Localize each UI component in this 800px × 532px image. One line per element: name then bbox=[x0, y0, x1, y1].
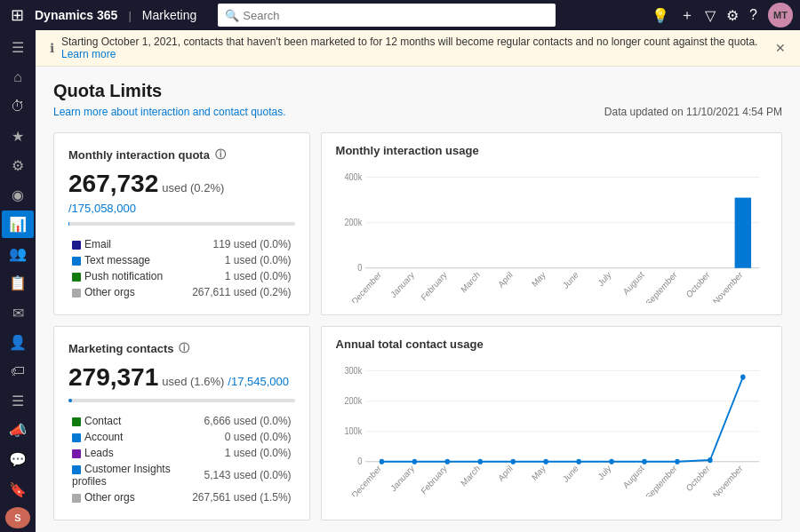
svg-text:June: June bbox=[561, 463, 580, 484]
svg-point-37 bbox=[510, 459, 515, 465]
legend-row: Text message1 used (0.0%) bbox=[68, 252, 295, 268]
svg-point-43 bbox=[609, 459, 613, 465]
search-input[interactable] bbox=[243, 9, 548, 22]
svg-text:February: February bbox=[419, 463, 448, 496]
page-header: Quota Limits Learn more about interactio… bbox=[53, 81, 782, 118]
svg-text:January: January bbox=[388, 269, 415, 299]
sidebar-item-outbound[interactable]: ◉ bbox=[2, 181, 34, 209]
help-icon[interactable]: ? bbox=[749, 7, 757, 23]
svg-text:May: May bbox=[530, 269, 548, 289]
sidebar-item-messages[interactable]: 💬 bbox=[2, 446, 34, 473]
data-updated-label: Data updated on 11/10/2021 4:54 PM bbox=[604, 106, 782, 118]
add-icon[interactable]: ＋ bbox=[680, 6, 694, 25]
search-icon: 🔍 bbox=[225, 9, 239, 22]
sidebar-item-home[interactable]: ⌂ bbox=[2, 63, 34, 91]
marketing-contacts-total: /17,545,000 bbox=[228, 375, 289, 388]
monthly-quota-bar bbox=[68, 222, 295, 226]
svg-text:300k: 300k bbox=[344, 365, 362, 376]
legend-row: Account0 used (0.0%) bbox=[68, 429, 295, 445]
monthly-quota-card: Monthly interaction quota ⓘ 267,732 used… bbox=[53, 132, 310, 315]
svg-text:March: March bbox=[459, 463, 481, 488]
monthly-quota-info-icon[interactable]: ⓘ bbox=[215, 147, 226, 163]
nav-icon-group: 💡 ＋ ▽ ⚙ ? MT bbox=[652, 3, 793, 28]
cards-grid-bottom: Marketing contacts ⓘ 279,371 used (1.6%)… bbox=[53, 326, 782, 520]
svg-text:March: March bbox=[459, 269, 481, 294]
sidebar-item-menu[interactable]: ☰ bbox=[2, 34, 34, 61]
search-bar[interactable]: 🔍 bbox=[218, 4, 556, 27]
svg-text:June: June bbox=[561, 269, 580, 290]
monthly-quota-used-number: 267,732 bbox=[68, 170, 158, 198]
user-avatar[interactable]: MT bbox=[768, 3, 793, 28]
filter-icon[interactable]: ▽ bbox=[705, 7, 716, 24]
sidebar: ☰ ⌂ ⏱ ★ ⚙ ◉ 📊 👥 📋 ✉ 👤 🏷 ☰ 📣 💬 🔖 S bbox=[0, 30, 36, 532]
monthly-quota-total: /175,058,000 bbox=[68, 202, 136, 215]
svg-text:September: September bbox=[644, 463, 678, 496]
sidebar-item-leads[interactable]: 👤 bbox=[2, 329, 34, 356]
marketing-contacts-info-icon[interactable]: ⓘ bbox=[179, 341, 189, 356]
sidebar-item-segments[interactable]: 📋 bbox=[2, 269, 34, 297]
marketing-contacts-legend: Contact6,666 used (0.0%)Account0 used (0… bbox=[68, 413, 295, 505]
svg-point-41 bbox=[576, 459, 580, 465]
legend-row: Other orgs267,561 used (1.5%) bbox=[68, 489, 295, 505]
sidebar-item-settings[interactable]: ⚙ bbox=[2, 152, 34, 179]
svg-text:November: November bbox=[711, 463, 745, 496]
sidebar-item-accounts[interactable]: 🏷 bbox=[2, 358, 34, 385]
banner-text: Starting October 1, 2021, contacts that … bbox=[61, 36, 768, 60]
lightbulb-icon[interactable]: 💡 bbox=[652, 7, 669, 24]
svg-text:October: October bbox=[684, 463, 711, 494]
svg-text:100k: 100k bbox=[344, 425, 362, 436]
sidebar-item-events[interactable]: 📣 bbox=[2, 417, 34, 444]
legend-row: Other orgs267,611 used (0.2%) bbox=[68, 284, 295, 300]
app-title: Dynamics 365 bbox=[35, 8, 117, 22]
monthly-usage-chart-title: Monthly interaction usage bbox=[336, 144, 767, 157]
sidebar-item-emails[interactable]: ✉ bbox=[2, 299, 34, 327]
svg-text:February: February bbox=[419, 269, 448, 303]
legend-row: Contact6,666 used (0.0%) bbox=[68, 413, 295, 429]
legend-row: Push notification1 used (0.0%) bbox=[68, 268, 295, 284]
svg-point-51 bbox=[740, 375, 745, 380]
monthly-quota-used-pct: used (0.2%) bbox=[162, 181, 224, 195]
svg-point-45 bbox=[642, 459, 646, 465]
settings-icon[interactable]: ⚙ bbox=[726, 7, 739, 24]
banner-learn-more-link[interactable]: Learn more bbox=[61, 48, 116, 60]
marketing-contacts-card: Marketing contacts ⓘ 279,371 used (1.6%)… bbox=[53, 326, 310, 520]
monthly-usage-chart: 0200k400kDecemberJanuaryFebruaryMarchApr… bbox=[336, 161, 767, 303]
sidebar-item-lists[interactable]: ☰ bbox=[2, 387, 34, 415]
annual-contact-chart: 0100k200k300kDecemberJanuaryFebruaryMarc… bbox=[336, 354, 767, 496]
svg-point-33 bbox=[444, 459, 449, 465]
page-subtitle-link[interactable]: Learn more about interaction and contact… bbox=[53, 106, 286, 118]
svg-text:August: August bbox=[620, 269, 645, 297]
svg-point-31 bbox=[412, 459, 416, 465]
svg-text:April: April bbox=[496, 269, 514, 290]
notification-banner: ℹ Starting October 1, 2021, contacts tha… bbox=[36, 30, 800, 67]
sidebar-item-subscriptions[interactable]: 🔖 bbox=[2, 476, 34, 504]
waffle-icon[interactable]: ⊞ bbox=[7, 2, 28, 28]
svg-text:May: May bbox=[530, 463, 548, 482]
svg-text:0: 0 bbox=[357, 456, 363, 466]
sidebar-item-recent[interactable]: ⏱ bbox=[2, 92, 34, 120]
monthly-usage-chart-card: Monthly interaction usage 0200k400kDecem… bbox=[321, 132, 782, 315]
sidebar-item-pinned[interactable]: ★ bbox=[2, 123, 34, 150]
svg-text:April: April bbox=[496, 463, 514, 483]
sidebar-item-analytics[interactable]: 📊 bbox=[2, 210, 34, 238]
svg-rect-18 bbox=[734, 198, 750, 268]
sidebar-item-contacts[interactable]: 👥 bbox=[2, 240, 34, 267]
info-icon: ℹ bbox=[50, 41, 54, 55]
monthly-quota-bar-fill bbox=[68, 222, 69, 226]
svg-point-49 bbox=[708, 457, 712, 463]
page-content: Quota Limits Learn more about interactio… bbox=[36, 67, 800, 532]
svg-text:December: December bbox=[349, 269, 383, 303]
svg-text:August: August bbox=[620, 463, 645, 490]
cards-grid-top: Monthly interaction quota ⓘ 267,732 used… bbox=[53, 132, 782, 315]
sidebar-user-avatar[interactable]: S bbox=[5, 507, 30, 528]
svg-text:0: 0 bbox=[357, 262, 363, 273]
marketing-contacts-title: Marketing contacts ⓘ bbox=[68, 341, 295, 356]
banner-close-icon[interactable]: ✕ bbox=[775, 41, 786, 55]
top-nav: ⊞ Dynamics 365 | Marketing 🔍 💡 ＋ ▽ ⚙ ? M… bbox=[0, 0, 800, 30]
monthly-quota-legend: Email119 used (0.0%)Text message1 used (… bbox=[68, 236, 295, 300]
legend-row: Leads1 used (0.0%) bbox=[68, 445, 295, 461]
annual-contact-chart-card: Annual total contact usage 0100k200k300k… bbox=[321, 326, 782, 520]
svg-text:December: December bbox=[349, 463, 383, 496]
svg-text:200k: 200k bbox=[344, 217, 362, 227]
app-module: Marketing bbox=[142, 8, 196, 22]
